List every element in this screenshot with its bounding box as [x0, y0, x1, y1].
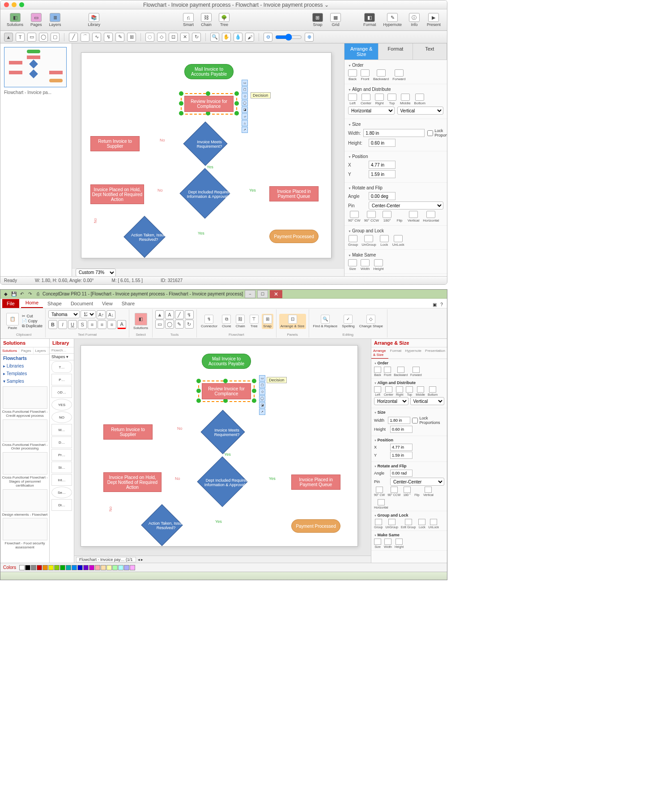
pt-conn[interactable]: ↯	[185, 310, 194, 319]
shape-terminator-pay[interactable]: Payment Processed	[269, 230, 319, 243]
font-inc[interactable]: A↑	[97, 310, 106, 319]
color-swatch[interactable]	[37, 565, 42, 570]
tb-grid[interactable]: ▦Grid	[327, 12, 344, 28]
tool-node[interactable]: ◇	[157, 33, 166, 42]
w-proc-return[interactable]: Return Invoice to Supplier	[103, 424, 153, 440]
close-icon[interactable]	[4, 2, 9, 7]
shape-se[interactable]: Se…	[51, 487, 72, 498]
sample-thumb[interactable]	[3, 518, 47, 540]
tb-library[interactable]: 📚Library	[85, 12, 103, 28]
w-proc-queue[interactable]: Invoice Placed in Payment Queue	[291, 475, 340, 490]
same-size[interactable]: Size	[348, 259, 357, 271]
qt-diamond[interactable]: ◇	[242, 93, 248, 99]
tool-ellipse[interactable]: ◯	[39, 33, 48, 42]
flip-v[interactable]: Vertical	[408, 211, 419, 222]
shape-process-return[interactable]: Return Invoice to Supplier	[90, 136, 140, 151]
rot-180[interactable]: 180°	[383, 211, 391, 222]
color-swatch[interactable]	[130, 565, 135, 570]
height-field[interactable]	[369, 139, 396, 147]
tb-tree[interactable]: 🌳Tree	[216, 12, 232, 28]
flip-h[interactable]: Horizontal	[423, 211, 439, 222]
page-thumbnail[interactable]	[4, 47, 67, 87]
wrt-arrange[interactable]: Arrange & Size	[371, 347, 388, 359]
shape-no[interactable]: NO	[51, 411, 72, 423]
ptab-layers[interactable]: Layers	[34, 347, 48, 354]
rot-90ccw[interactable]: 90° CCW	[364, 211, 379, 222]
minimize-icon[interactable]	[12, 2, 17, 7]
shape-int[interactable]: Int…	[51, 474, 72, 486]
w-proc-hold[interactable]: Invoice Placed on Hold, Dept Notified of…	[103, 472, 162, 492]
fc-clone[interactable]: ⧉Clone	[221, 314, 233, 329]
strike-button[interactable]: S	[78, 320, 87, 329]
w-shape-review[interactable]: Review Invoice for Compliance	[202, 383, 251, 399]
color-swatch[interactable]	[77, 565, 83, 570]
shape-terminator-start[interactable]: Mail Invoice to Accounts Payable	[184, 64, 234, 79]
sample-thumb[interactable]	[3, 419, 47, 442]
color-swatch[interactable]	[48, 565, 54, 570]
color-swatch[interactable]	[124, 565, 129, 570]
order-front[interactable]: Front	[361, 69, 370, 81]
qt-rect[interactable]: ▭	[259, 375, 265, 381]
color-swatch[interactable]	[89, 565, 94, 570]
help-icon[interactable]: ?	[438, 301, 445, 308]
tab-share[interactable]: Share	[117, 299, 139, 308]
tb-hypernote[interactable]: ✎Hypernote	[380, 12, 404, 28]
order-forward[interactable]: Forward	[392, 69, 405, 81]
order-back[interactable]: Back	[348, 69, 357, 81]
w-dist-h[interactable]: Horizontal	[374, 397, 408, 405]
canvas-area[interactable]: Mail Invoice to Accounts Payable Review …	[72, 43, 344, 276]
shape-di[interactable]: Di…	[51, 499, 72, 511]
align-top[interactable]: Top	[387, 94, 396, 105]
lock-proportions[interactable]: Lock Proportions	[427, 128, 447, 137]
ungroup-button[interactable]: UnGroup	[362, 235, 376, 247]
shape-rect[interactable]: P…	[51, 374, 72, 385]
zoom-select[interactable]: Custom 73%	[76, 269, 116, 277]
ptab-solutions[interactable]: Solutions	[0, 347, 19, 354]
lock-button[interactable]: Lock	[380, 235, 389, 247]
tb-snap[interactable]: ⊞Snap	[310, 12, 326, 28]
w-back[interactable]: Back	[374, 367, 381, 376]
tool-line[interactable]: ╱	[69, 33, 78, 42]
mac-titlebar[interactable]: Flowchart - Invoice payment process - Fl…	[0, 0, 447, 9]
qt-diamond[interactable]: ◇	[259, 389, 265, 395]
w-front[interactable]: Front	[384, 367, 391, 376]
tool-select[interactable]: ▲	[4, 33, 13, 42]
qat-app-icon[interactable]: ◆	[2, 291, 9, 298]
underline-button[interactable]: U	[68, 320, 77, 329]
w-ac[interactable]: Center	[384, 386, 393, 396]
tool-lasso[interactable]: ◌	[145, 33, 154, 42]
tb-pages[interactable]: ▭Pages	[28, 12, 45, 28]
ptab-pages[interactable]: Pages	[19, 347, 34, 354]
qt-data[interactable]: ▱	[242, 113, 248, 120]
change-shape-button[interactable]: ◇Change Shape	[358, 314, 384, 329]
w-at[interactable]: Top	[406, 386, 413, 396]
tab-view[interactable]: View	[98, 299, 117, 308]
tool-point[interactable]: ✕	[180, 33, 189, 42]
w-90cw[interactable]: 90° CW	[374, 487, 385, 496]
font-name[interactable]: Tahoma	[48, 310, 80, 318]
pt-select[interactable]: ▲	[155, 310, 164, 319]
w-al[interactable]: Left	[374, 386, 381, 396]
font-size[interactable]: 12	[81, 310, 96, 318]
tb-info[interactable]: ⓘInfo	[406, 12, 422, 28]
angle-field[interactable]	[369, 192, 396, 200]
copy-button[interactable]: 📄 Copy	[22, 319, 43, 323]
tool-text[interactable]: T	[16, 33, 25, 42]
w-angle[interactable]	[390, 470, 413, 477]
dist-horiz[interactable]: Horizontal	[348, 107, 395, 115]
color-swatch[interactable]	[95, 565, 100, 570]
tb-solutions[interactable]: ◧Solutions	[4, 12, 26, 28]
w-dist-v[interactable]: Vertical	[410, 397, 445, 405]
wrt-present[interactable]: Presentation	[423, 347, 447, 359]
drawing-page[interactable]: Mail Invoice to Accounts Payable Review …	[81, 52, 332, 258]
tool-brush[interactable]: 🖌	[245, 33, 254, 42]
align-center[interactable]: Center	[361, 94, 371, 105]
align-left[interactable]: Left	[348, 94, 357, 105]
cat-samples[interactable]: ▾ Samples	[0, 377, 49, 385]
color-swatch[interactable]	[118, 565, 123, 570]
w-pin[interactable]: Center-Center	[390, 478, 444, 486]
align-r[interactable]: ≡	[107, 320, 116, 329]
color-swatch[interactable]	[106, 565, 112, 570]
color-swatch[interactable]	[112, 565, 118, 570]
group-button[interactable]: Group	[348, 235, 358, 247]
